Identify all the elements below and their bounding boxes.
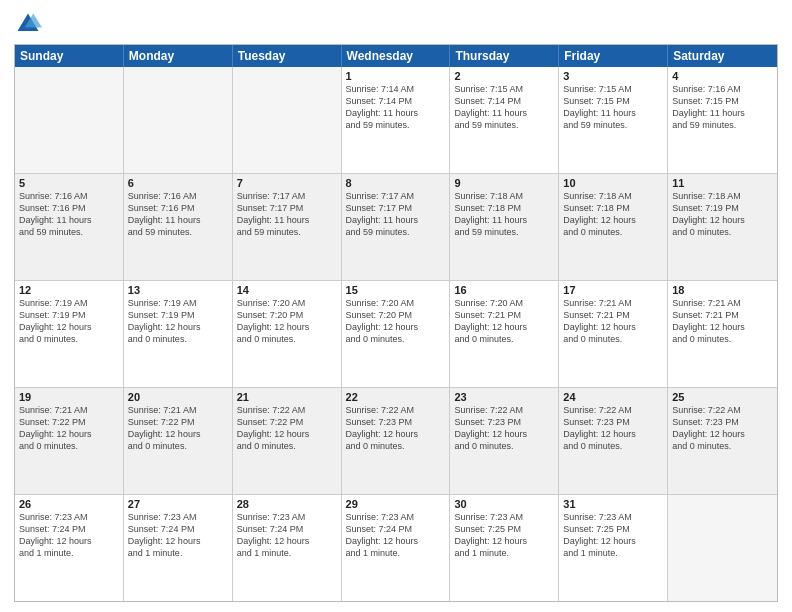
- day-number: 12: [19, 284, 119, 296]
- calendar-cell: 1Sunrise: 7:14 AM Sunset: 7:14 PM Daylig…: [342, 67, 451, 173]
- day-number: 10: [563, 177, 663, 189]
- day-number: 29: [346, 498, 446, 510]
- calendar-cell: 4Sunrise: 7:16 AM Sunset: 7:15 PM Daylig…: [668, 67, 777, 173]
- day-info: Sunrise: 7:21 AM Sunset: 7:21 PM Dayligh…: [563, 297, 663, 346]
- day-number: 19: [19, 391, 119, 403]
- calendar-cell: 11Sunrise: 7:18 AM Sunset: 7:19 PM Dayli…: [668, 174, 777, 280]
- day-number: 4: [672, 70, 773, 82]
- day-info: Sunrise: 7:23 AM Sunset: 7:24 PM Dayligh…: [346, 511, 446, 560]
- day-info: Sunrise: 7:15 AM Sunset: 7:15 PM Dayligh…: [563, 83, 663, 132]
- day-number: 18: [672, 284, 773, 296]
- day-info: Sunrise: 7:20 AM Sunset: 7:20 PM Dayligh…: [237, 297, 337, 346]
- weekday-header: Tuesday: [233, 45, 342, 67]
- calendar-row: 1Sunrise: 7:14 AM Sunset: 7:14 PM Daylig…: [15, 67, 777, 173]
- calendar-cell: 15Sunrise: 7:20 AM Sunset: 7:20 PM Dayli…: [342, 281, 451, 387]
- day-info: Sunrise: 7:18 AM Sunset: 7:18 PM Dayligh…: [563, 190, 663, 239]
- day-info: Sunrise: 7:22 AM Sunset: 7:23 PM Dayligh…: [454, 404, 554, 453]
- page: SundayMondayTuesdayWednesdayThursdayFrid…: [0, 0, 792, 612]
- weekday-header: Wednesday: [342, 45, 451, 67]
- day-info: Sunrise: 7:16 AM Sunset: 7:16 PM Dayligh…: [128, 190, 228, 239]
- day-info: Sunrise: 7:20 AM Sunset: 7:21 PM Dayligh…: [454, 297, 554, 346]
- day-number: 8: [346, 177, 446, 189]
- calendar-cell: 28Sunrise: 7:23 AM Sunset: 7:24 PM Dayli…: [233, 495, 342, 601]
- calendar-cell: 29Sunrise: 7:23 AM Sunset: 7:24 PM Dayli…: [342, 495, 451, 601]
- calendar-header: SundayMondayTuesdayWednesdayThursdayFrid…: [15, 45, 777, 67]
- day-number: 28: [237, 498, 337, 510]
- day-info: Sunrise: 7:15 AM Sunset: 7:14 PM Dayligh…: [454, 83, 554, 132]
- weekday-header: Monday: [124, 45, 233, 67]
- day-info: Sunrise: 7:16 AM Sunset: 7:16 PM Dayligh…: [19, 190, 119, 239]
- calendar-cell: 24Sunrise: 7:22 AM Sunset: 7:23 PM Dayli…: [559, 388, 668, 494]
- calendar-cell: 9Sunrise: 7:18 AM Sunset: 7:18 PM Daylig…: [450, 174, 559, 280]
- calendar-cell: 12Sunrise: 7:19 AM Sunset: 7:19 PM Dayli…: [15, 281, 124, 387]
- calendar-cell: 27Sunrise: 7:23 AM Sunset: 7:24 PM Dayli…: [124, 495, 233, 601]
- day-number: 14: [237, 284, 337, 296]
- day-info: Sunrise: 7:23 AM Sunset: 7:25 PM Dayligh…: [563, 511, 663, 560]
- calendar-cell: 17Sunrise: 7:21 AM Sunset: 7:21 PM Dayli…: [559, 281, 668, 387]
- day-number: 30: [454, 498, 554, 510]
- day-number: 13: [128, 284, 228, 296]
- day-info: Sunrise: 7:21 AM Sunset: 7:21 PM Dayligh…: [672, 297, 773, 346]
- day-info: Sunrise: 7:23 AM Sunset: 7:24 PM Dayligh…: [128, 511, 228, 560]
- calendar-cell: 16Sunrise: 7:20 AM Sunset: 7:21 PM Dayli…: [450, 281, 559, 387]
- calendar-cell: 14Sunrise: 7:20 AM Sunset: 7:20 PM Dayli…: [233, 281, 342, 387]
- calendar-cell: 19Sunrise: 7:21 AM Sunset: 7:22 PM Dayli…: [15, 388, 124, 494]
- day-number: 25: [672, 391, 773, 403]
- day-info: Sunrise: 7:18 AM Sunset: 7:19 PM Dayligh…: [672, 190, 773, 239]
- day-number: 6: [128, 177, 228, 189]
- day-info: Sunrise: 7:22 AM Sunset: 7:23 PM Dayligh…: [563, 404, 663, 453]
- weekday-header: Saturday: [668, 45, 777, 67]
- calendar-row: 19Sunrise: 7:21 AM Sunset: 7:22 PM Dayli…: [15, 387, 777, 494]
- calendar-cell: 13Sunrise: 7:19 AM Sunset: 7:19 PM Dayli…: [124, 281, 233, 387]
- day-number: 7: [237, 177, 337, 189]
- day-info: Sunrise: 7:22 AM Sunset: 7:23 PM Dayligh…: [672, 404, 773, 453]
- calendar-cell: 31Sunrise: 7:23 AM Sunset: 7:25 PM Dayli…: [559, 495, 668, 601]
- calendar-cell: 18Sunrise: 7:21 AM Sunset: 7:21 PM Dayli…: [668, 281, 777, 387]
- calendar-cell: 10Sunrise: 7:18 AM Sunset: 7:18 PM Dayli…: [559, 174, 668, 280]
- day-info: Sunrise: 7:23 AM Sunset: 7:24 PM Dayligh…: [19, 511, 119, 560]
- calendar-cell: 21Sunrise: 7:22 AM Sunset: 7:22 PM Dayli…: [233, 388, 342, 494]
- day-number: 15: [346, 284, 446, 296]
- calendar-cell: 23Sunrise: 7:22 AM Sunset: 7:23 PM Dayli…: [450, 388, 559, 494]
- day-info: Sunrise: 7:23 AM Sunset: 7:24 PM Dayligh…: [237, 511, 337, 560]
- weekday-header: Thursday: [450, 45, 559, 67]
- calendar-cell: 2Sunrise: 7:15 AM Sunset: 7:14 PM Daylig…: [450, 67, 559, 173]
- day-number: 16: [454, 284, 554, 296]
- logo-icon: [14, 10, 42, 38]
- calendar-cell: [668, 495, 777, 601]
- day-info: Sunrise: 7:17 AM Sunset: 7:17 PM Dayligh…: [237, 190, 337, 239]
- day-number: 21: [237, 391, 337, 403]
- calendar-row: 5Sunrise: 7:16 AM Sunset: 7:16 PM Daylig…: [15, 173, 777, 280]
- day-number: 22: [346, 391, 446, 403]
- day-info: Sunrise: 7:19 AM Sunset: 7:19 PM Dayligh…: [128, 297, 228, 346]
- calendar-cell: 5Sunrise: 7:16 AM Sunset: 7:16 PM Daylig…: [15, 174, 124, 280]
- day-number: 31: [563, 498, 663, 510]
- day-info: Sunrise: 7:22 AM Sunset: 7:22 PM Dayligh…: [237, 404, 337, 453]
- calendar-cell: 22Sunrise: 7:22 AM Sunset: 7:23 PM Dayli…: [342, 388, 451, 494]
- day-number: 27: [128, 498, 228, 510]
- day-info: Sunrise: 7:21 AM Sunset: 7:22 PM Dayligh…: [19, 404, 119, 453]
- day-number: 23: [454, 391, 554, 403]
- calendar-cell: 7Sunrise: 7:17 AM Sunset: 7:17 PM Daylig…: [233, 174, 342, 280]
- calendar-cell: [15, 67, 124, 173]
- day-info: Sunrise: 7:14 AM Sunset: 7:14 PM Dayligh…: [346, 83, 446, 132]
- day-info: Sunrise: 7:17 AM Sunset: 7:17 PM Dayligh…: [346, 190, 446, 239]
- calendar-row: 26Sunrise: 7:23 AM Sunset: 7:24 PM Dayli…: [15, 494, 777, 601]
- calendar: SundayMondayTuesdayWednesdayThursdayFrid…: [14, 44, 778, 602]
- day-info: Sunrise: 7:20 AM Sunset: 7:20 PM Dayligh…: [346, 297, 446, 346]
- day-info: Sunrise: 7:19 AM Sunset: 7:19 PM Dayligh…: [19, 297, 119, 346]
- header: [14, 10, 778, 38]
- calendar-body: 1Sunrise: 7:14 AM Sunset: 7:14 PM Daylig…: [15, 67, 777, 601]
- calendar-cell: [233, 67, 342, 173]
- calendar-cell: 25Sunrise: 7:22 AM Sunset: 7:23 PM Dayli…: [668, 388, 777, 494]
- calendar-cell: 30Sunrise: 7:23 AM Sunset: 7:25 PM Dayli…: [450, 495, 559, 601]
- day-number: 20: [128, 391, 228, 403]
- day-number: 2: [454, 70, 554, 82]
- weekday-header: Friday: [559, 45, 668, 67]
- day-info: Sunrise: 7:21 AM Sunset: 7:22 PM Dayligh…: [128, 404, 228, 453]
- weekday-header: Sunday: [15, 45, 124, 67]
- day-number: 5: [19, 177, 119, 189]
- logo: [14, 10, 46, 38]
- day-number: 9: [454, 177, 554, 189]
- day-number: 26: [19, 498, 119, 510]
